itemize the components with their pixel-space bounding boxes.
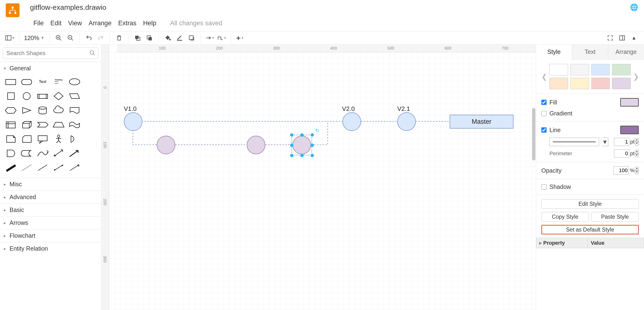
shape-hexagon[interactable] — [3, 105, 18, 116]
zoom-select[interactable]: 120%▼ — [23, 35, 46, 42]
canvas[interactable]: V1.0 ↻ V2.0 — [109, 52, 536, 310]
shape-link[interactable] — [3, 162, 18, 173]
category-basic[interactable]: ▸Basic — [0, 204, 101, 216]
document-title[interactable]: gitflow-examples.drawio — [30, 3, 106, 12]
selection-handle[interactable] — [310, 133, 314, 137]
swatch[interactable] — [591, 78, 610, 89]
zoom-out-button[interactable] — [65, 33, 76, 43]
paste-style-button[interactable]: Paste Style — [591, 212, 639, 222]
selection-handle[interactable] — [300, 133, 304, 137]
node-v10[interactable] — [124, 112, 142, 131]
category-general[interactable]: ▾General — [0, 62, 101, 75]
node-master[interactable]: Master — [450, 115, 514, 128]
to-back-button[interactable] — [144, 33, 154, 43]
menu-view[interactable]: View — [68, 20, 82, 27]
swatch[interactable] — [570, 64, 589, 75]
to-front-button[interactable] — [132, 33, 143, 43]
line-width-up[interactable]: ▲ — [635, 138, 639, 142]
category-flowchart[interactable]: ▸Flowchart — [0, 229, 101, 242]
menu-edit[interactable]: Edit — [50, 20, 62, 27]
shape-text[interactable]: Text — [35, 76, 50, 87]
swatch[interactable] — [612, 78, 631, 89]
shadow-checkbox[interactable] — [541, 184, 546, 190]
sidebar-toggle-button[interactable]: ▼ — [5, 33, 15, 43]
shape-tape[interactable] — [68, 119, 82, 130]
shape-diamond[interactable] — [52, 90, 66, 102]
shape-callout[interactable] — [35, 133, 50, 145]
fill-checkbox[interactable] — [541, 100, 546, 105]
shape-bidirectional-arrow[interactable] — [52, 147, 66, 159]
node-branch-1[interactable] — [157, 136, 175, 154]
shape-circle[interactable] — [19, 90, 34, 102]
line-width-input[interactable] — [614, 138, 629, 146]
shape-dashed-line[interactable] — [19, 162, 34, 173]
opacity-up[interactable]: ▲ — [635, 167, 639, 171]
redo-button[interactable] — [96, 33, 106, 43]
swatch[interactable] — [591, 64, 610, 75]
shape-line[interactable] — [35, 162, 50, 173]
tab-style[interactable]: Style — [536, 45, 572, 60]
perimeter-down[interactable]: ▼ — [635, 153, 639, 157]
waypoints-button[interactable]: ▼ — [216, 33, 227, 43]
collapse-button[interactable]: ▲ — [629, 33, 639, 43]
category-misc[interactable]: ▸Misc — [0, 178, 101, 191]
swatch-prev[interactable]: ❮ — [541, 73, 547, 81]
connection-button[interactable]: ▼ — [204, 33, 215, 43]
opacity-input[interactable] — [614, 167, 629, 175]
perimeter-up[interactable]: ▲ — [635, 150, 639, 153]
insert-button[interactable]: +▼ — [235, 33, 245, 43]
tab-text[interactable]: Text — [572, 45, 608, 59]
shape-curve[interactable] — [35, 147, 50, 159]
perimeter-input[interactable] — [614, 149, 629, 158]
shape-textbox[interactable]: Heading━━━━━━ — [52, 76, 66, 87]
canvas-scrollbar[interactable] — [532, 108, 536, 161]
shape-document[interactable] — [68, 105, 82, 116]
shape-ellipse[interactable] — [68, 76, 82, 87]
rotate-handle[interactable]: ↻ — [315, 127, 320, 133]
selection-handle[interactable] — [300, 154, 304, 157]
line-width-down[interactable]: ▼ — [635, 142, 639, 145]
swatch[interactable] — [612, 64, 631, 75]
shape-cloud[interactable] — [52, 105, 66, 116]
fill-color-button[interactable] — [162, 33, 173, 43]
shape-directional-connector[interactable] — [68, 162, 82, 173]
line-color-chip[interactable] — [620, 126, 639, 134]
shape-square[interactable] — [3, 90, 18, 102]
shape-triangle[interactable] — [19, 105, 34, 116]
undo-button[interactable] — [84, 33, 94, 43]
set-default-style-button[interactable]: Set as Default Style — [541, 225, 639, 234]
menu-file[interactable]: File — [33, 20, 44, 27]
line-checkbox[interactable] — [541, 127, 546, 132]
node-branch-2[interactable] — [247, 136, 265, 154]
shape-bidir-connector[interactable] — [52, 162, 66, 173]
selection-handle[interactable] — [290, 133, 294, 137]
opacity-down[interactable]: ▼ — [635, 171, 639, 174]
edit-style-button[interactable]: Edit Style — [541, 199, 639, 209]
search-input[interactable] — [3, 48, 98, 59]
line-style-select[interactable] — [550, 137, 599, 146]
shape-card[interactable] — [19, 133, 34, 145]
copy-style-button[interactable]: Copy Style — [541, 212, 589, 222]
category-entity-relation[interactable]: ▸Entity Relation — [0, 242, 101, 255]
line-style-dropdown[interactable]: ▼ — [602, 137, 608, 146]
shape-process[interactable] — [35, 90, 50, 102]
node-v20[interactable] — [342, 112, 361, 131]
selection-handle[interactable] — [310, 143, 314, 147]
format-panel-toggle[interactable] — [617, 33, 627, 43]
shape-internal-storage[interactable] — [3, 119, 18, 130]
tab-arrange[interactable]: Arrange — [608, 45, 644, 59]
shape-data-storage[interactable] — [19, 147, 34, 159]
menu-arrange[interactable]: Arrange — [88, 20, 112, 27]
selection-handle[interactable] — [290, 143, 294, 147]
shape-or[interactable] — [68, 133, 82, 145]
selection-handle[interactable] — [290, 154, 294, 157]
shape-rounded-rectangle[interactable] — [19, 76, 34, 87]
swatch[interactable] — [550, 78, 568, 89]
shape-arrow[interactable] — [68, 147, 82, 159]
line-color-button[interactable] — [174, 33, 185, 43]
shape-cube[interactable] — [19, 119, 34, 130]
shape-and[interactable] — [3, 147, 18, 159]
zoom-in-button[interactable] — [53, 33, 64, 43]
shape-step[interactable] — [35, 119, 50, 130]
swatch[interactable] — [550, 64, 568, 75]
